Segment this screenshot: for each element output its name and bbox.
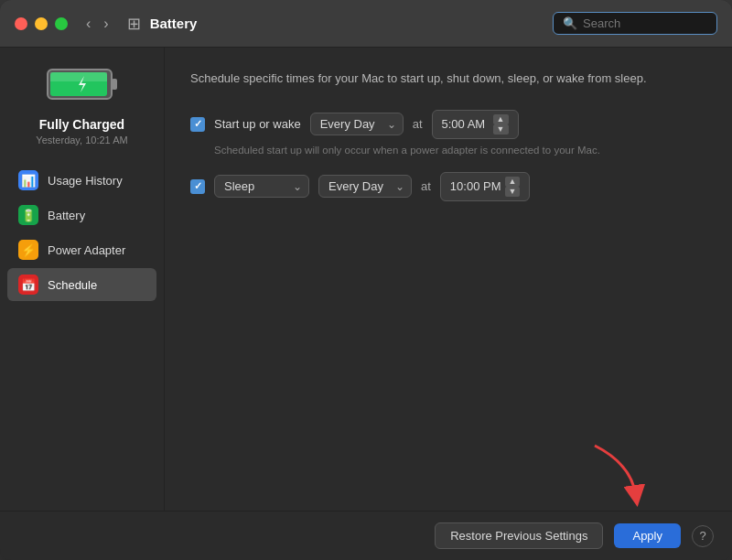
- sidebar-item-schedule-label: Schedule: [48, 278, 97, 292]
- sidebar-item-battery-label: Battery: [48, 209, 85, 222]
- close-button[interactable]: [15, 17, 27, 30]
- startup-time-down[interactable]: ▼: [493, 124, 509, 135]
- search-icon: 🔍: [563, 16, 577, 30]
- sleep-day-select[interactable]: Every Day Weekdays Weekends: [318, 175, 412, 198]
- sidebar-item-battery[interactable]: 🔋 Battery: [7, 199, 156, 232]
- traffic-lights: [15, 17, 68, 30]
- apply-button[interactable]: Apply: [614, 523, 681, 548]
- sidebar-item-schedule[interactable]: 📅 Schedule: [7, 268, 156, 301]
- main-content: Fully Charged Yesterday, 10:21 AM 📊 Usag…: [0, 48, 732, 511]
- window-title: Battery: [150, 16, 553, 31]
- content-description: Schedule specific times for your Mac to …: [190, 70, 706, 88]
- titlebar: ‹ › ⊞ Battery 🔍: [0, 0, 732, 48]
- sidebar-item-usage-history-label: Usage History: [48, 174, 123, 188]
- sidebar-item-usage-history[interactable]: 📊 Usage History: [7, 164, 156, 197]
- back-button[interactable]: ‹: [82, 14, 94, 34]
- sidebar-item-power-adapter[interactable]: ⚡ Power Adapter: [7, 233, 156, 266]
- sleep-day-wrapper: Every Day Weekdays Weekends: [318, 175, 412, 198]
- restore-previous-settings-button[interactable]: Restore Previous Settings: [435, 522, 603, 549]
- power-adapter-icon: ⚡: [18, 240, 38, 260]
- battery-icon-container: [46, 66, 119, 106]
- sleep-checkbox-check: ✓: [194, 180, 202, 192]
- sidebar: Fully Charged Yesterday, 10:21 AM 📊 Usag…: [0, 48, 165, 511]
- startup-hint: Scheduled start up will only occur when …: [214, 145, 706, 156]
- startup-checkbox-check: ✓: [194, 118, 202, 130]
- svg-rect-1: [112, 79, 117, 90]
- search-box[interactable]: 🔍: [553, 12, 717, 35]
- schedule-row-sleep: ✓ Sleep Shut Down Restart Every Day Week…: [190, 172, 706, 201]
- bottom-bar: Restore Previous Settings Apply ?: [0, 511, 732, 560]
- sidebar-item-power-adapter-label: Power Adapter: [48, 243, 125, 257]
- forward-button[interactable]: ›: [100, 14, 112, 34]
- svg-rect-3: [50, 72, 107, 81]
- battery-icon: [46, 66, 119, 102]
- sleep-time-display: 10:00 PM ▲ ▼: [440, 172, 531, 201]
- usage-history-icon: 📊: [18, 170, 38, 190]
- startup-label: Start up or wake: [214, 117, 301, 131]
- help-button[interactable]: ?: [692, 525, 714, 547]
- schedule-icon: 📅: [18, 275, 38, 295]
- nav-arrows: ‹ ›: [82, 14, 113, 34]
- startup-checkbox[interactable]: ✓: [190, 117, 205, 132]
- sidebar-nav: 📊 Usage History 🔋 Battery ⚡ Power Adapte…: [0, 164, 164, 301]
- startup-time-up[interactable]: ▲: [493, 114, 509, 124]
- battery-time-label: Yesterday, 10:21 AM: [36, 135, 127, 145]
- startup-day-select[interactable]: Every Day Weekdays Weekends: [310, 113, 404, 135]
- startup-time-value: 5:00 AM: [442, 117, 486, 131]
- startup-time-display: 5:00 AM ▲ ▼: [432, 110, 519, 139]
- startup-day-wrapper: Every Day Weekdays Weekends: [310, 113, 404, 135]
- sleep-time-down[interactable]: ▼: [505, 187, 521, 197]
- maximize-button[interactable]: [55, 17, 68, 30]
- search-input[interactable]: [583, 16, 707, 30]
- schedule-row-startup: ✓ Start up or wake Every Day Weekdays We…: [190, 110, 706, 139]
- sleep-time-value: 10:00 PM: [450, 179, 501, 193]
- sleep-action-select[interactable]: Sleep Shut Down Restart: [214, 175, 309, 198]
- main-window: ‹ › ⊞ Battery 🔍: [0, 0, 732, 560]
- sleep-checkbox[interactable]: ✓: [190, 179, 205, 194]
- sleep-time-spinner: ▲ ▼: [505, 177, 521, 197]
- minimize-button[interactable]: [35, 17, 48, 30]
- startup-time-spinner: ▲ ▼: [493, 114, 509, 135]
- battery-status-label: Fully Charged: [39, 117, 124, 132]
- sleep-action-wrapper: Sleep Shut Down Restart: [214, 175, 309, 198]
- startup-at-label: at: [413, 117, 423, 131]
- sleep-at-label: at: [421, 179, 431, 193]
- content-area: Schedule specific times for your Mac to …: [165, 48, 732, 511]
- battery-icon-nav: 🔋: [18, 205, 38, 225]
- grid-icon: ⊞: [127, 14, 141, 34]
- sleep-time-up[interactable]: ▲: [505, 177, 521, 187]
